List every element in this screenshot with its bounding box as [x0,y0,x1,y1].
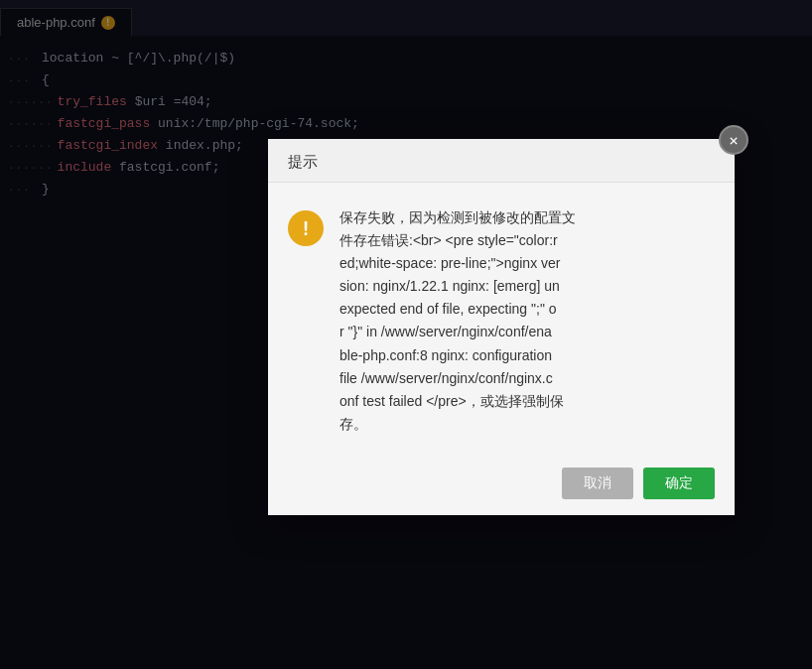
dialog-message: 保存失败，因为检测到被修改的配置文件存在错误:<br> <pre style="… [339,206,715,436]
confirm-button[interactable]: 确定 [643,468,715,499]
warning-icon: ! [288,210,324,246]
dialog: × 提示 ! 保存失败，因为检测到被修改的配置文件存在错误:<br> <pre … [268,139,735,515]
dialog-header: 提示 [268,139,735,183]
dialog-body: ! 保存失败，因为检测到被修改的配置文件存在错误:<br> <pre style… [268,183,735,456]
close-button[interactable]: × [719,125,748,155]
dialog-footer: 取消 确定 [268,456,735,515]
cancel-button[interactable]: 取消 [562,468,633,499]
dialog-title: 提示 [288,153,318,170]
